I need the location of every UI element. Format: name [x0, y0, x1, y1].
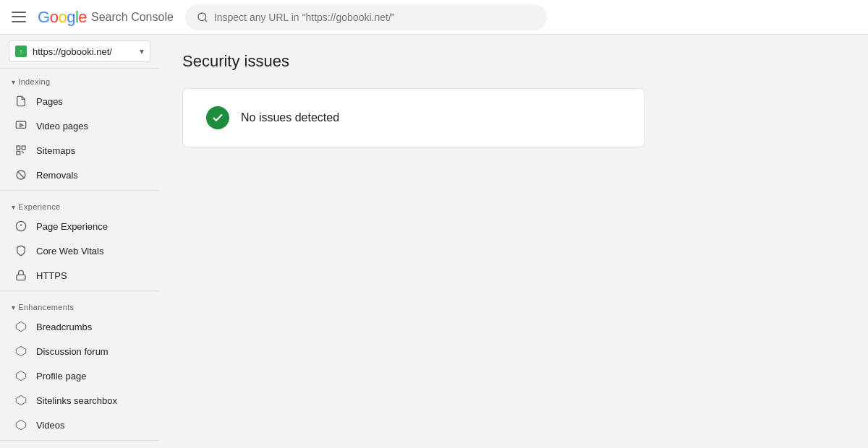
svg-line-1: [205, 20, 207, 22]
sidebar-item-label: Breadcrumbs: [36, 322, 92, 332]
sidebar-item-label: HTTPS: [36, 270, 67, 281]
hamburger-menu-button[interactable]: [12, 10, 26, 25]
search-icon: [197, 12, 208, 23]
sidebar-item-page-experience[interactable]: Page Experience: [0, 214, 153, 238]
property-selector-button[interactable]: ↑ https://gobooki.net/ ▾: [9, 40, 150, 62]
no-issues-card: No issues detected: [182, 88, 645, 147]
chevron-down-icon: ▾: [12, 303, 15, 311]
sidebar-item-label: Videos: [36, 420, 65, 431]
videos-enhancement-icon: [14, 418, 27, 431]
sidebar-item-https[interactable]: HTTPS: [0, 263, 153, 288]
svg-marker-17: [16, 420, 25, 429]
doc-icon: [14, 95, 27, 108]
property-dropdown-arrow: ▾: [140, 46, 144, 56]
sidebar-item-discussion-forum[interactable]: Discussion forum: [0, 339, 153, 363]
sidebar-item-sitelinks-searchbox[interactable]: Sitelinks searchbox: [0, 388, 153, 413]
sidebar-item-profile-page[interactable]: Profile page: [0, 363, 153, 388]
profile-page-icon: [14, 369, 27, 382]
svg-rect-6: [17, 151, 20, 155]
breadcrumbs-icon: [14, 320, 27, 333]
url-inspect-input[interactable]: [214, 12, 535, 23]
section-enhancements: ▾ Enhancements: [0, 294, 159, 314]
chevron-down-icon: ▾: [12, 203, 15, 211]
property-selector-area: ↑ https://gobooki.net/ ▾: [0, 35, 159, 69]
page-title: Security issues: [182, 52, 845, 71]
sidebar-item-label: Page Experience: [36, 221, 108, 232]
sidebar-item-label: Sitemaps: [36, 145, 75, 156]
sidebar-item-core-web-vitals[interactable]: Core Web Vitals: [0, 238, 153, 263]
section-indexing: ▾ Indexing: [0, 69, 159, 89]
sidebar-item-removals[interactable]: Removals: [0, 163, 153, 187]
main-content-area: Security issues No issues detected: [159, 35, 868, 448]
svg-marker-14: [16, 346, 25, 356]
url-inspect-bar[interactable]: [185, 4, 547, 30]
sidebar-item-pages[interactable]: Pages: [0, 89, 153, 113]
property-url-label: https://gobooki.net/: [33, 46, 134, 57]
removals-icon: [14, 168, 27, 181]
sidebar-item-label: Pages: [36, 96, 63, 107]
svg-marker-16: [16, 395, 25, 405]
svg-marker-3: [20, 124, 23, 126]
app-logo: Google Search Console: [38, 8, 174, 27]
product-name: Search Console: [91, 11, 174, 24]
sidebar: ↑ https://gobooki.net/ ▾ ▾ Indexing Page…: [0, 35, 159, 448]
section-security-manual-actions: ▾ Security & Manual Actions: [0, 444, 159, 448]
sidebar-item-video-pages[interactable]: Video pages: [0, 113, 153, 138]
divider: [0, 190, 159, 191]
sitemaps-icon: [14, 144, 27, 157]
sidebar-item-sitemaps[interactable]: Sitemaps: [0, 138, 153, 163]
sidebar-item-videos[interactable]: Videos: [0, 413, 153, 437]
sidebar-item-label: Video pages: [36, 121, 88, 132]
svg-rect-5: [22, 146, 25, 150]
sidebar-item-label: Core Web Vitals: [36, 246, 103, 257]
discussion-forum-icon: [14, 345, 27, 358]
sidebar-item-label: Removals: [36, 170, 78, 181]
no-issues-text: No issues detected: [241, 111, 339, 124]
sidebar-item-label: Sitelinks searchbox: [36, 395, 117, 406]
sidebar-item-label: Profile page: [36, 371, 86, 382]
check-circle-icon: [206, 106, 229, 129]
video-icon: [14, 119, 27, 132]
svg-marker-15: [16, 371, 25, 380]
svg-point-0: [198, 13, 206, 21]
lock-icon: [14, 269, 27, 282]
svg-marker-13: [16, 322, 25, 331]
chevron-down-icon: ▾: [12, 78, 15, 86]
sidebar-item-breadcrumbs[interactable]: Breadcrumbs: [0, 314, 153, 339]
google-wordmark: Google: [38, 8, 87, 27]
property-icon: ↑: [15, 46, 27, 57]
sitelinks-searchbox-icon: [14, 394, 27, 407]
core-web-vitals-icon: [14, 244, 27, 257]
svg-rect-12: [17, 275, 25, 280]
main-layout: ↑ https://gobooki.net/ ▾ ▾ Indexing Page…: [0, 35, 868, 448]
sidebar-item-label: Discussion forum: [36, 346, 109, 357]
app-header: Google Search Console: [0, 0, 868, 35]
page-experience-icon: [14, 220, 27, 233]
divider: [0, 440, 159, 441]
svg-line-8: [17, 171, 24, 178]
svg-rect-4: [17, 146, 20, 150]
section-experience: ▾ Experience: [0, 194, 159, 214]
divider: [0, 290, 159, 291]
